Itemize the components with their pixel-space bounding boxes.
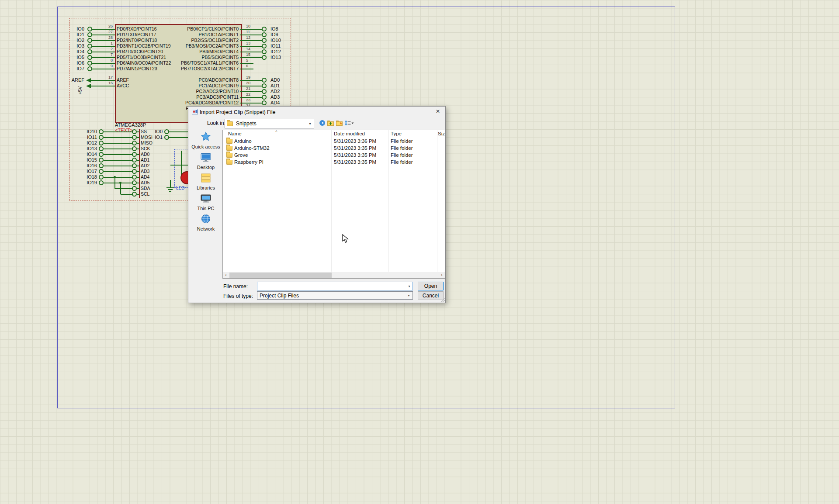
sort-asc-icon: ˄ <box>275 130 277 133</box>
pin-terminal[interactable] <box>262 49 267 54</box>
pin-terminal[interactable] <box>99 152 104 157</box>
wire <box>137 137 139 138</box>
pin-name: PB5/SCK/PCINT5 <box>151 55 239 60</box>
column-header-size[interactable]: Size <box>438 131 445 136</box>
file-name-dropdown-icon[interactable]: ▾ <box>406 282 413 290</box>
pin-terminal[interactable] <box>99 135 104 140</box>
pin-terminal[interactable] <box>132 135 137 140</box>
pin-terminal[interactable] <box>132 169 137 174</box>
pin-terminal[interactable] <box>99 169 104 174</box>
wire <box>137 143 139 144</box>
wire <box>104 171 132 172</box>
files-of-type-value: Project Clip Files <box>260 293 299 299</box>
sidebar-item-desktop[interactable]: Desktop <box>191 152 221 172</box>
file-modified: 5/31/2023 3:35 PM <box>334 152 376 158</box>
pin-terminal[interactable] <box>99 163 104 168</box>
pin-number: 22 <box>246 92 250 97</box>
sidebar-item-quick-access[interactable]: Quick access <box>191 131 221 152</box>
pin-terminal[interactable] <box>262 38 267 43</box>
close-button[interactable]: ✕ <box>431 107 444 116</box>
file-type: File folder <box>391 145 413 151</box>
pin-number: 19 <box>246 75 250 79</box>
net-label: IO18 <box>70 174 97 180</box>
resize-grip[interactable] <box>440 298 445 302</box>
view-menu-icon[interactable] <box>345 120 354 128</box>
pin-terminal[interactable] <box>262 95 267 100</box>
dialog-toolbar <box>319 120 354 128</box>
file-list[interactable]: ˄ Arduino5/31/2023 3:36 PMFile folderArd… <box>222 130 445 279</box>
pin-terminal[interactable] <box>132 180 137 185</box>
look-in-dropdown[interactable]: Snippets ▾ <box>225 119 314 128</box>
pin-terminal[interactable] <box>132 175 137 180</box>
power-terminal-icon[interactable] <box>86 84 91 88</box>
pin-name: SCK <box>141 146 150 151</box>
pin-terminal[interactable] <box>262 78 267 83</box>
wire <box>240 52 262 52</box>
pin-terminal[interactable] <box>99 146 104 151</box>
sidebar-item-libraries[interactable]: Libraries <box>191 172 221 193</box>
pin-terminal[interactable] <box>132 129 137 134</box>
file-name-label: File name: <box>223 283 248 290</box>
pin-terminal[interactable] <box>262 100 267 105</box>
new-folder-icon[interactable] <box>336 120 343 128</box>
net-label: IO1 <box>70 32 84 37</box>
pin-terminal[interactable] <box>262 27 267 31</box>
pin-terminal[interactable] <box>262 32 267 37</box>
pin-name: AD2 <box>141 163 149 168</box>
horizontal-scrollbar[interactable]: ‹ › <box>223 272 445 278</box>
wire <box>114 177 115 189</box>
scroll-right-button[interactable]: › <box>439 272 445 278</box>
pin-terminal[interactable] <box>132 146 137 151</box>
file-name-input[interactable] <box>257 282 413 290</box>
pin-terminal[interactable] <box>164 129 169 134</box>
open-button[interactable]: Open <box>418 282 444 290</box>
back-icon[interactable] <box>319 120 326 128</box>
files-of-type-dropdown[interactable]: Project Clip Files ▾ <box>257 291 413 300</box>
file-type: File folder <box>391 138 413 144</box>
file-row[interactable]: Arduino5/31/2023 3:36 PMFile folder <box>223 138 445 145</box>
scroll-left-button[interactable]: ‹ <box>223 272 229 278</box>
up-folder-icon[interactable] <box>327 120 334 128</box>
pin-terminal[interactable] <box>262 44 267 48</box>
pin-terminal[interactable] <box>99 175 104 180</box>
pin-terminal[interactable] <box>99 158 104 162</box>
pin-terminal[interactable] <box>132 141 137 145</box>
pin-terminal[interactable] <box>132 152 137 157</box>
file-row[interactable]: Raspberry Pi5/31/2023 3:35 PMFile folder <box>223 159 445 166</box>
pin-number: 10 <box>246 24 250 28</box>
pin-name: PB3/MOSI/OC2A/PCINT3 <box>151 43 239 48</box>
pin-terminal[interactable] <box>262 55 267 60</box>
pin-terminal[interactable] <box>99 129 104 134</box>
led-label[interactable]: LED <box>176 186 184 190</box>
file-name: Raspberry Pi <box>234 159 263 165</box>
pin-terminal[interactable] <box>132 158 137 162</box>
pin-number: 21 <box>246 86 250 91</box>
pin-terminal[interactable] <box>262 83 267 88</box>
power-terminal-icon[interactable] <box>86 78 91 83</box>
sidebar-item-network[interactable]: Network <box>191 213 221 234</box>
pin-number: 1 <box>94 41 113 45</box>
folder-icon <box>226 139 232 144</box>
pin-terminal[interactable] <box>99 141 104 145</box>
pin-terminal[interactable] <box>132 186 137 191</box>
pin-terminal[interactable] <box>262 89 267 94</box>
chip-ref-label[interactable]: ATMEGA328P <box>115 122 146 128</box>
wire <box>104 177 132 178</box>
scrollbar-thumb[interactable] <box>229 273 332 278</box>
pin-terminal[interactable] <box>132 192 137 197</box>
cancel-button[interactable]: Cancel <box>418 291 444 300</box>
column-header-name[interactable]: Name <box>228 131 242 136</box>
column-header-date-modified[interactable]: Date modified <box>334 131 365 136</box>
net-label: IO12 <box>70 140 97 145</box>
net-label: IO0 <box>70 26 84 31</box>
pin-terminal[interactable] <box>132 163 137 168</box>
pin-name: AD0 <box>141 152 149 157</box>
pin-terminal[interactable] <box>164 135 169 140</box>
column-header-type[interactable]: Type <box>391 131 402 136</box>
pin-terminal[interactable] <box>99 180 104 185</box>
sidebar-item-this-pc[interactable]: This PC <box>191 193 221 213</box>
dialog-titlebar[interactable]: Import Project Clip (Snippet) File ✕ <box>188 107 445 117</box>
file-row[interactable]: Arduino-STM325/31/2023 3:35 PMFile folde… <box>223 145 445 152</box>
file-row[interactable]: Grove5/31/2023 3:35 PMFile folder <box>223 152 445 159</box>
folder-icon <box>226 153 232 158</box>
